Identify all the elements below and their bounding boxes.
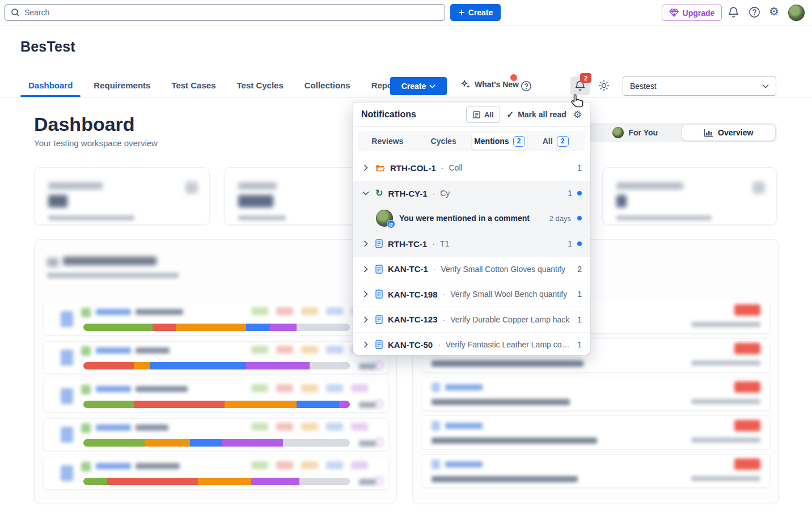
notif-tab-mentions[interactable]: Mentions2 xyxy=(472,133,528,150)
notif-tab-all[interactable]: All2 xyxy=(527,133,583,150)
notification-settings-button[interactable]: ⚙ xyxy=(573,109,582,121)
blurred-fails-badge xyxy=(734,420,760,431)
overview-toggle[interactable]: Overview xyxy=(682,125,776,141)
search-input[interactable] xyxy=(24,8,439,17)
notification-row[interactable]: RTH-TC-1 · T1 1 xyxy=(353,231,590,257)
notification-row[interactable]: RTH-COL-1 · Coll 1 xyxy=(353,155,590,181)
progress-segment xyxy=(134,401,225,408)
test-case-icon xyxy=(375,239,383,248)
notification-count: 1 xyxy=(577,340,582,349)
cycle-progress-bar xyxy=(83,478,350,485)
progress-segment xyxy=(270,324,297,331)
topbar-bell-button[interactable] xyxy=(728,6,739,19)
notifications-header: Notifications All ✓ Mark all read ⚙ xyxy=(353,103,590,126)
blurred-count-chip xyxy=(276,384,293,392)
tab-requirements[interactable]: Requirements xyxy=(94,78,150,97)
failure-row[interactable] xyxy=(422,415,770,449)
blurred-count-chip xyxy=(301,307,318,315)
notifications-scope-button[interactable]: All xyxy=(466,107,500,123)
gem-icon xyxy=(669,9,679,17)
notification-row[interactable]: KAN-TC-123 · Verify Durable Copper Lamp … xyxy=(353,307,590,332)
mark-all-read-button[interactable]: ✓ Mark all read xyxy=(507,109,566,120)
global-create-button[interactable]: Create xyxy=(450,4,501,21)
test-cycle-row[interactable] xyxy=(43,457,389,490)
gear-icon: ⚙ xyxy=(573,109,582,120)
tab-test-cycles[interactable]: Test Cycles xyxy=(237,78,284,97)
chevron-right-icon[interactable] xyxy=(361,266,370,273)
notification-key: KAN-TC-198 xyxy=(388,290,438,299)
global-search[interactable] xyxy=(5,4,445,21)
project-select[interactable]: Bestest xyxy=(623,77,776,96)
notification-row[interactable]: KAN-TC-198 · Verify Small Wool Bench qua… xyxy=(353,282,590,307)
notif-tab-reviews[interactable]: Reviews xyxy=(360,133,416,150)
notification-summary: Verify Durable Copper Lamp hack xyxy=(450,315,572,324)
unread-dot xyxy=(577,191,582,196)
notification-summary: T1 xyxy=(440,239,563,248)
create-dropdown-label: Create xyxy=(401,82,426,91)
theme-toggle-button[interactable] xyxy=(598,80,610,91)
progress-segment xyxy=(134,362,150,369)
chevron-right-icon[interactable] xyxy=(361,164,370,171)
test-cycle-row[interactable] xyxy=(43,380,389,413)
blurred-status-icon xyxy=(81,346,91,356)
tab-dashboard[interactable]: Dashboard xyxy=(28,78,73,97)
help-icon xyxy=(748,6,760,18)
notification-row[interactable]: KAN-TC-1 · Verify Small Cotton Gloves qu… xyxy=(353,256,590,282)
test-case-icon xyxy=(375,290,383,299)
test-cycle-row[interactable] xyxy=(43,341,389,374)
unread-dot xyxy=(577,241,582,246)
whats-new-button[interactable]: What's New xyxy=(460,79,519,90)
blurred-count-chip xyxy=(301,423,318,431)
blurred-status-icon xyxy=(81,308,91,317)
mark-all-read-label: Mark all read xyxy=(518,110,566,119)
stat-card-defects[interactable] xyxy=(602,167,777,225)
blurred-cycle-key xyxy=(96,386,131,392)
notification-row[interactable]: ↻ RTH-CY-1 · Cy 1 xyxy=(353,181,590,206)
progress-segment xyxy=(107,478,198,485)
topbar-settings-button[interactable]: ⚙ xyxy=(769,5,779,18)
notification-filter-tabs: Reviews Cycles Mentions2 All2 xyxy=(358,131,585,151)
failure-row[interactable] xyxy=(422,454,770,488)
failure-row[interactable] xyxy=(422,377,770,411)
notif-tab-count: 2 xyxy=(557,136,569,147)
blurred-stat-value xyxy=(616,195,627,207)
notification-row[interactable]: KAN-TC-50 · Verify Fantastic Leather Lam… xyxy=(353,332,590,358)
test-cycle-row[interactable] xyxy=(43,303,389,335)
tab-collections[interactable]: Collections xyxy=(304,78,350,97)
tab-test-cases[interactable]: Test Cases xyxy=(171,78,215,97)
chevron-right-icon[interactable] xyxy=(361,316,370,323)
chevron-right-icon[interactable] xyxy=(361,291,370,298)
global-create-label: Create xyxy=(468,8,493,17)
test-cycle-row[interactable] xyxy=(43,418,389,451)
topbar-help-button[interactable] xyxy=(748,6,760,18)
blurred-cycle-key xyxy=(96,347,131,354)
stat-card-active-cycles[interactable] xyxy=(34,167,210,225)
chevron-down-icon[interactable] xyxy=(361,191,370,196)
notifications-scope-label: All xyxy=(484,111,494,119)
upgrade-button[interactable]: Upgrade xyxy=(662,5,722,21)
chevron-down-icon xyxy=(429,84,435,88)
progress-segment xyxy=(83,478,107,485)
app-screen: Create Upgrade ⚙ BesTest Dashboard Requi… xyxy=(0,0,812,531)
blurred-stat-caption xyxy=(238,215,286,220)
blurred-flag-icon xyxy=(61,311,73,327)
progress-segment xyxy=(283,439,350,447)
for-you-toggle[interactable]: For You xyxy=(589,125,682,141)
test-cycle-progress-card xyxy=(34,239,397,503)
blurred-stat-value xyxy=(238,195,273,207)
blurred-stat-icon xyxy=(752,181,765,194)
user-avatar[interactable] xyxy=(788,5,805,21)
toolbar-help-button[interactable] xyxy=(521,80,532,92)
search-icon xyxy=(11,8,20,17)
tabs-underline-rule xyxy=(0,97,812,98)
bar-chart-icon xyxy=(704,129,713,137)
blurred-count-chip xyxy=(326,423,343,431)
notif-tab-cycles[interactable]: Cycles xyxy=(416,133,472,150)
blurred-test-case-name xyxy=(432,360,583,367)
chevron-right-icon[interactable] xyxy=(361,240,370,247)
workspace-title: BesTest xyxy=(20,39,75,55)
blurred-count-chip xyxy=(326,461,343,469)
create-dropdown-button[interactable]: Create xyxy=(390,77,447,95)
chevron-right-icon[interactable] xyxy=(361,341,370,348)
notification-mention-item[interactable]: @ You were mentioned in a comment 2 days xyxy=(353,206,590,231)
